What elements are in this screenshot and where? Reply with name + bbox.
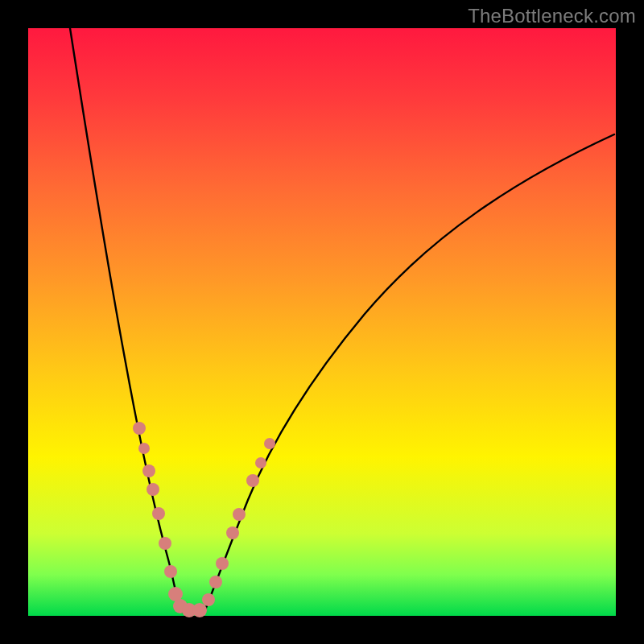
chart-frame: TheBottleneck.com bbox=[0, 0, 644, 644]
dot bbox=[216, 557, 229, 570]
dot bbox=[133, 422, 146, 435]
dot bbox=[152, 507, 165, 520]
dots-left-group bbox=[133, 422, 207, 617]
dot bbox=[255, 457, 266, 469]
right-curve bbox=[204, 134, 614, 612]
dot bbox=[233, 508, 246, 521]
dot bbox=[138, 443, 150, 454]
left-curve bbox=[70, 28, 182, 612]
dot bbox=[142, 464, 155, 477]
dot bbox=[147, 483, 159, 496]
dot bbox=[202, 593, 215, 606]
dot bbox=[164, 565, 177, 578]
chart-svg bbox=[28, 28, 616, 616]
watermark-text: TheBottleneck.com bbox=[468, 5, 636, 27]
dot bbox=[159, 537, 171, 550]
dot bbox=[246, 474, 259, 487]
dot bbox=[209, 576, 222, 588]
dot bbox=[226, 526, 239, 539]
dot bbox=[192, 603, 207, 617]
dot bbox=[264, 438, 275, 449]
